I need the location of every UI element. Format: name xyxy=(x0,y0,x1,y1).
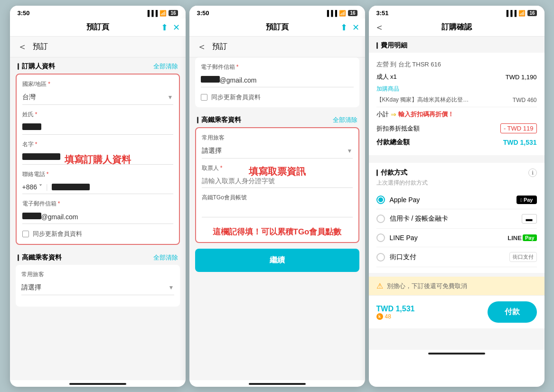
status-icons-2: ▐▐▐ 📶 16 xyxy=(325,10,357,17)
train-note-text-2: 這欄記得填！可以累積TGo會員點數 xyxy=(193,226,361,237)
nav-title-2: 預訂 xyxy=(212,42,227,52)
share-icon-1[interactable]: ⬆ xyxy=(161,22,168,33)
back-icon-3[interactable]: ＜ xyxy=(375,21,384,34)
close-icon-2[interactable]: ✕ xyxy=(352,22,359,33)
sync-checkbox-row-2[interactable]: 同步更新會員資料 xyxy=(201,93,354,102)
email-label-2: 電子郵件信箱 * xyxy=(201,63,354,71)
points-row: k 48 xyxy=(376,313,415,320)
back-icon-2[interactable]: ＜ xyxy=(197,40,207,53)
cost-section-header: 費用明細 xyxy=(369,37,545,53)
firstname-group: 名字 * xyxy=(22,140,173,165)
lastname-group: 姓氏 * xyxy=(22,111,173,135)
adult-price: TWD 1,190 xyxy=(506,74,537,81)
frequent-traveler-value-1: 請選擇 xyxy=(21,283,41,292)
topbar-2: 預訂頁 ⬆ ✕ xyxy=(189,19,365,37)
train-clear-btn-1[interactable]: 全部清除 xyxy=(153,253,178,262)
train-form-card-2: 常用旅客 請選擇 ▼ 取票人 * 高鐵TGo會員帳號 xyxy=(195,127,359,243)
price-main: TWD 1,531 xyxy=(376,305,415,313)
frequent-traveler-group-2: 常用旅客 請選擇 ▼ xyxy=(202,134,353,159)
topbar-icons-2[interactable]: ⬆ ✕ xyxy=(340,22,359,33)
ticket-holder-group: 取票人 * xyxy=(202,164,353,188)
total-label: 付款總金額 xyxy=(376,138,410,147)
email-section-2: 電子郵件信箱 * @gmail.com 同步更新會員資料 xyxy=(195,57,359,107)
home-indicator-2 xyxy=(249,383,306,385)
bottom-bar-3: TWD 1,531 k 48 付款 xyxy=(369,295,545,328)
screen3: 3:51 ▐▐▐ 📶 16 ＜ 訂購確認 費用明細 左營 到 台北 THSR 6… xyxy=(369,6,545,387)
info-icon[interactable]: ℹ xyxy=(528,168,537,177)
battery-badge-3: 16 xyxy=(527,10,536,16)
clear-btn-1[interactable]: 全部清除 xyxy=(153,62,178,71)
wifi-icon-2: 📶 xyxy=(339,10,346,17)
total-row: 付款總金額 TWD 1,531 xyxy=(376,135,537,149)
country-group: 國家/地區 * 台灣 ▼ xyxy=(22,80,173,105)
sync-checkbox-2[interactable] xyxy=(201,94,207,101)
content-1: 訂購人資料 全部清除 國家/地區 * 台灣 ▼ 姓氏 * xyxy=(10,57,186,380)
train-section-header-2: 高鐵乘客資料 全部清除 xyxy=(189,111,365,127)
frequent-traveler-select-1[interactable]: 請選擇 ▼ xyxy=(21,280,174,295)
lastname-value xyxy=(22,123,41,130)
frequent-traveler-label-1: 常用旅客 xyxy=(21,271,174,279)
adult-row: 成人 x1 TWD 1,190 xyxy=(376,71,537,83)
payment-subtitle: 上次選擇的付款方式 xyxy=(376,179,537,187)
tgo-input[interactable] xyxy=(202,204,353,217)
continue-btn-2[interactable]: 繼續 xyxy=(195,249,359,272)
frequent-traveler-select-2[interactable]: 請選擇 ▼ xyxy=(202,144,353,159)
home-indicator-3 xyxy=(428,353,485,355)
payment-option-jkopay[interactable]: 街口支付 街口支付 xyxy=(376,247,537,267)
payment-left-linepay: LINE Pay xyxy=(376,233,418,242)
firstname-label: 名字 * xyxy=(22,140,173,149)
phone-label: 聯絡電話 * xyxy=(22,170,173,178)
topbar-title-3: 訂購確認 xyxy=(441,22,472,32)
battery-badge-2: 16 xyxy=(348,10,357,16)
radio-card[interactable] xyxy=(376,215,385,223)
status-bar-2: 3:50 ▐▐▐ 📶 16 xyxy=(189,6,365,19)
radio-inner-applepay xyxy=(378,197,383,202)
status-icons-3: ▐▐▐ 📶 16 xyxy=(505,10,537,17)
points-value: 48 xyxy=(385,313,391,320)
country-select[interactable]: 台灣 ▼ xyxy=(22,90,173,105)
linepay-label: LINE Pay xyxy=(390,234,418,242)
payment-option-linepay[interactable]: LINE Pay LINE Pay xyxy=(376,229,537,247)
train-clear-btn-2[interactable]: 全部清除 xyxy=(333,116,357,124)
order-route: 左營 到 台北 THSR 616 xyxy=(376,58,537,71)
payment-section: 付款方式 ℹ 上次選擇的付款方式 Apple Pay  Pay xyxy=(369,163,545,273)
frequent-traveler-arrow-2: ▼ xyxy=(347,148,353,154)
nav-title-1: 預訂 xyxy=(33,42,48,52)
applepay-badge:  Pay xyxy=(516,196,536,204)
pay-button[interactable]: 付款 xyxy=(488,301,537,323)
phone-sep: | xyxy=(46,183,48,191)
sync-checkbox-row-1[interactable]: 同步更新會員資料 xyxy=(22,230,173,238)
email-group-2: 電子郵件信箱 * @gmail.com xyxy=(201,63,354,87)
home-indicator-1 xyxy=(69,383,126,385)
train-section-header-1: 高鐵乘客資料 全部清除 xyxy=(10,249,186,265)
navbar-2: ＜ 預訂 xyxy=(189,37,365,57)
close-icon-1[interactable]: ✕ xyxy=(173,22,180,33)
payment-left-jkopay: 街口支付 xyxy=(376,253,416,261)
radio-linepay[interactable] xyxy=(376,233,385,242)
addon-item: 【KKday 獨家】高雄米其林必比登美食｜弘… xyxy=(376,96,471,104)
radio-jkopay[interactable] xyxy=(376,253,385,261)
payment-option-card[interactable]: 信用卡 / 簽帳金融卡 ▬ xyxy=(376,209,537,229)
addon-row: 【KKday 獨家】高雄米其林必比登美食｜弘… TWD 460 xyxy=(376,95,537,105)
share-icon-2[interactable]: ⬆ xyxy=(340,22,347,33)
total-value: TWD 1,531 xyxy=(503,139,537,146)
back-icon-1[interactable]: ＜ xyxy=(18,40,27,53)
navbar-1: ＜ 預訂 xyxy=(10,37,186,57)
radio-applepay[interactable] xyxy=(376,196,385,204)
signal-icon-1: ▐▐▐ xyxy=(146,10,158,17)
cancel-notice: ⚠ 別擔心，下訂後還可免費取消 xyxy=(369,277,545,295)
sync-checkbox-1[interactable] xyxy=(22,231,29,237)
card-label: 信用卡 / 簽帳金融卡 xyxy=(390,215,449,223)
jkopay-badge: 街口支付 xyxy=(509,252,537,262)
topbar-icons-1[interactable]: ⬆ ✕ xyxy=(161,22,180,33)
buyer-title-1: 訂購人資料 xyxy=(18,62,55,71)
time-1: 3:50 xyxy=(18,9,30,17)
sync-label-1: 同步更新會員資料 xyxy=(33,230,82,238)
k-badge: k xyxy=(376,313,383,320)
train-form-1: 常用旅客 請選擇 ▼ xyxy=(16,265,180,307)
country-arrow: ▼ xyxy=(168,94,173,101)
ticket-holder-input[interactable] xyxy=(202,174,353,188)
train-title-1: 高鐵乘客資料 xyxy=(18,253,62,262)
payment-option-applepay[interactable]: Apple Pay  Pay xyxy=(376,191,537,209)
buyer-form-card-1: 國家/地區 * 台灣 ▼ 姓氏 * xyxy=(16,74,180,245)
